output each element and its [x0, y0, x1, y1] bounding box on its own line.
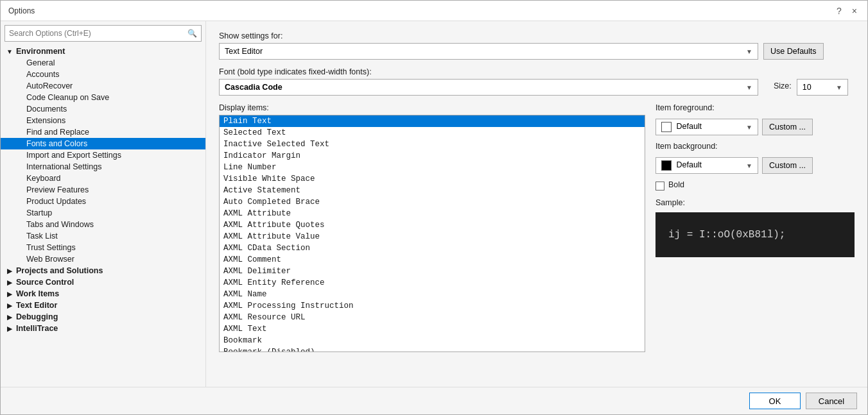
tree-item-accounts[interactable]: Accounts	[1, 69, 205, 80]
tree-item-environment[interactable]: ▼ Environment	[1, 46, 205, 57]
search-input[interactable]	[5, 28, 184, 39]
background-section: Item background: Default ▼ Custom ...	[655, 142, 855, 174]
tree-item-find-replace[interactable]: Find and Replace	[1, 126, 205, 138]
left-panel: 🔍 ▼ Environment General Accounts	[1, 21, 206, 387]
expander-projects-icon: ▶	[6, 267, 13, 275]
list-item[interactable]: AXML Attribute	[220, 208, 645, 219]
tree-item-keyboard[interactable]: Keyboard	[1, 173, 205, 184]
tree-item-autorecover[interactable]: AutoRecover	[1, 80, 205, 92]
show-settings-label: Show settings for:	[219, 31, 855, 40]
size-dropdown[interactable]: 10 ▼	[797, 79, 848, 96]
list-item[interactable]: Active Statement	[220, 185, 645, 196]
expander-text-icon: ▶	[6, 302, 13, 309]
tree-item-source-control[interactable]: ▶ Source Control	[1, 276, 205, 288]
show-settings-section: Show settings for: Text Editor ▼ Use Def…	[219, 31, 855, 60]
display-section: Display items: Plain TextSelected TextIn…	[219, 103, 855, 352]
list-item[interactable]: Visible White Space	[220, 173, 645, 185]
chevron-down-icon: ▼	[746, 162, 752, 169]
expander-icon: ▼	[6, 48, 13, 55]
list-item[interactable]: Indicator Margin	[220, 150, 645, 162]
tree-item-debugging[interactable]: ▶ Debugging	[1, 311, 205, 323]
tree-item-general[interactable]: General	[1, 57, 205, 69]
help-button[interactable]: ?	[834, 6, 844, 16]
bold-checkbox[interactable]	[655, 182, 664, 191]
tree-item-web-browser[interactable]: Web Browser	[1, 253, 205, 265]
tree-item-intellitrace[interactable]: ▶ IntelliTrace	[1, 323, 205, 334]
show-settings-row: Text Editor ▼ Use Defaults	[219, 43, 855, 60]
tree-item-international[interactable]: International Settings	[1, 161, 205, 173]
show-settings-dropdown[interactable]: Text Editor ▼	[219, 43, 758, 60]
custom-fg-button[interactable]: Custom ...	[762, 119, 813, 135]
display-items-list[interactable]: Plain TextSelected TextInactive Selected…	[219, 115, 645, 352]
list-item[interactable]: Auto Completed Brace	[220, 196, 645, 208]
tree-item-startup[interactable]: Startup	[1, 207, 205, 219]
tree-item-fonts-colors[interactable]: Fonts and Colors	[1, 138, 205, 149]
background-label: Item background:	[655, 142, 855, 151]
display-items-label: Display items:	[219, 103, 645, 112]
list-item[interactable]: Selected Text	[220, 127, 645, 139]
tree-item-product-updates[interactable]: Product Updates	[1, 196, 205, 207]
tree-view: ▼ Environment General Accounts AutoRecov…	[1, 46, 205, 387]
search-icon[interactable]: 🔍	[184, 29, 201, 38]
list-item[interactable]: AXML Attribute Quotes	[220, 219, 645, 231]
title-bar-controls: ? ×	[834, 6, 860, 16]
chevron-down-icon: ▼	[746, 84, 752, 91]
ok-button[interactable]: OK	[749, 393, 801, 409]
title-bar: Options ? ×	[1, 1, 867, 21]
list-item[interactable]: AXML CData Section	[220, 242, 645, 254]
foreground-dropdown[interactable]: Default ▼	[655, 119, 758, 135]
list-item[interactable]: Inactive Selected Text	[220, 139, 645, 150]
tree-item-work-items[interactable]: ▶ Work Items	[1, 288, 205, 300]
color-area: Item foreground: Default ▼ Custom ...	[655, 103, 855, 257]
list-item[interactable]: AXML Entity Reference	[220, 277, 645, 289]
use-defaults-button[interactable]: Use Defaults	[763, 43, 824, 60]
list-item[interactable]: AXML Processing Instruction	[220, 300, 645, 312]
close-button[interactable]: ×	[849, 6, 860, 16]
list-item[interactable]: AXML Comment	[220, 254, 645, 266]
cancel-button[interactable]: Cancel	[806, 393, 857, 409]
foreground-row: Default ▼ Custom ...	[655, 119, 855, 135]
list-item[interactable]: AXML Text	[220, 323, 645, 335]
list-item[interactable]: AXML Name	[220, 289, 645, 300]
tree-item-import-export[interactable]: Import and Export Settings	[1, 149, 205, 161]
custom-bg-button[interactable]: Custom ...	[762, 157, 813, 174]
expander-work-icon: ▶	[6, 291, 13, 298]
sample-section: Sample: ij = I::oO(0xB81l);	[655, 198, 855, 257]
display-list-area: Display items: Plain TextSelected TextIn…	[219, 103, 645, 352]
list-item[interactable]: AXML Attribute Value	[220, 231, 645, 242]
foreground-label: Item foreground:	[655, 103, 855, 112]
list-item[interactable]: Plain Text	[220, 115, 645, 127]
tree-item-extensions[interactable]: Extensions	[1, 115, 205, 126]
tree-item-documents[interactable]: Documents	[1, 103, 205, 115]
tree-item-trust-settings[interactable]: Trust Settings	[1, 242, 205, 253]
list-item[interactable]: AXML Resource URL	[220, 312, 645, 323]
search-box: 🔍	[4, 25, 202, 42]
list-item[interactable]: Bookmark	[220, 335, 645, 346]
expander-debug-icon: ▶	[6, 314, 13, 321]
tree-item-projects[interactable]: ▶ Projects and Solutions	[1, 265, 205, 276]
dialog-title: Options	[8, 6, 35, 15]
list-item[interactable]: AXML Delimiter	[220, 266, 645, 277]
foreground-swatch	[661, 122, 672, 132]
bottom-bar: OK Cancel	[1, 387, 867, 414]
bold-row: Bold	[655, 180, 855, 192]
background-dropdown[interactable]: Default ▼	[655, 157, 758, 174]
background-row: Default ▼ Custom ...	[655, 157, 855, 174]
list-item[interactable]: Line Number	[220, 162, 645, 173]
chevron-down-icon: ▼	[836, 84, 842, 91]
font-dropdown[interactable]: Cascadia Code ▼	[219, 79, 758, 96]
font-section: Font (bold type indicates fixed-width fo…	[219, 67, 855, 96]
background-swatch	[661, 160, 672, 171]
sample-label: Sample:	[655, 198, 855, 207]
chevron-down-icon: ▼	[746, 124, 752, 131]
tree-item-code-cleanup[interactable]: Code Cleanup on Save	[1, 92, 205, 103]
list-item[interactable]: Bookmark (Disabled)	[220, 346, 645, 352]
font-label: Font (bold type indicates fixed-width fo…	[219, 67, 855, 76]
tree-item-text-editor[interactable]: ▶ Text Editor	[1, 300, 205, 311]
sample-box: ij = I::oO(0xB81l);	[655, 212, 855, 257]
font-row: Cascadia Code ▼ Size: 10 ▼	[219, 79, 855, 96]
main-content: 🔍 ▼ Environment General Accounts	[1, 21, 867, 387]
tree-item-task-list[interactable]: Task List	[1, 230, 205, 242]
tree-item-preview[interactable]: Preview Features	[1, 184, 205, 196]
tree-item-tabs-windows[interactable]: Tabs and Windows	[1, 219, 205, 230]
